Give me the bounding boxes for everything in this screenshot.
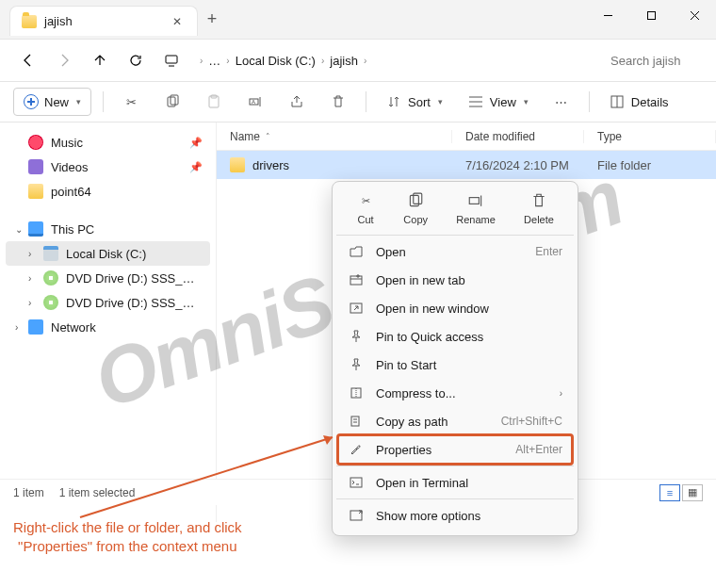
chevron-icon: › — [226, 56, 229, 66]
ctx-cut-button[interactable]: ✂Cut — [356, 191, 375, 225]
pin-icon: 📌 — [189, 137, 203, 149]
sidebar-item-localc[interactable]: ›Local Disk (C:) — [6, 241, 210, 266]
details-icon — [609, 93, 626, 110]
ctx-copy-button[interactable]: Copy — [403, 191, 428, 225]
ctx-compress[interactable]: Compress to...› — [338, 379, 572, 407]
forward-button[interactable] — [49, 45, 79, 75]
chevron-icon: › — [321, 56, 324, 66]
view-button[interactable]: View ▾ — [460, 88, 536, 116]
maximize-button[interactable] — [629, 0, 673, 30]
music-icon — [28, 135, 43, 150]
network-icon — [28, 319, 43, 335]
up-button[interactable] — [85, 45, 115, 75]
ctx-open[interactable]: OpenEnter — [338, 237, 572, 266]
paste-button[interactable] — [198, 88, 230, 116]
titlebar: jajish ✕ + — [0, 0, 716, 40]
open-icon — [348, 243, 365, 260]
view-icon — [467, 93, 484, 110]
rename-button[interactable]: A — [239, 88, 271, 116]
new-button[interactable]: New ▾ — [13, 88, 91, 116]
back-button[interactable] — [13, 45, 43, 75]
delete-button[interactable] — [322, 88, 354, 116]
minimize-button[interactable] — [586, 0, 629, 30]
grid-view-button[interactable]: ▦ — [682, 484, 703, 501]
refresh-button[interactable] — [121, 45, 151, 75]
folder-icon — [230, 157, 245, 172]
more-icon — [348, 507, 365, 524]
copy-icon — [164, 93, 181, 110]
new-tab-button[interactable]: + — [198, 9, 226, 29]
window-controls — [586, 0, 716, 30]
ctx-copy-path[interactable]: Copy as pathCtrl+Shift+C — [338, 407, 572, 435]
copy-button[interactable] — [156, 88, 188, 116]
chevron-icon: › — [364, 56, 366, 66]
expand-icon[interactable]: › — [28, 249, 31, 259]
ctx-open-new-tab[interactable]: Open in new tab — [338, 266, 572, 294]
copy-icon — [406, 191, 425, 210]
window-tab[interactable]: jajish ✕ — [9, 6, 198, 36]
monitor-icon[interactable] — [156, 45, 187, 75]
sort-icon — [385, 93, 402, 110]
column-name[interactable]: Name˄ — [217, 130, 452, 143]
list-view-button[interactable]: ≡ — [659, 484, 680, 501]
ctx-terminal[interactable]: Open in Terminal — [338, 468, 572, 497]
folder-icon — [28, 184, 43, 199]
expand-icon[interactable]: › — [28, 273, 31, 284]
cut-button[interactable]: ✂ — [115, 88, 147, 116]
sidebar-item-point64[interactable]: point64 — [6, 179, 210, 204]
rename-icon — [466, 191, 485, 210]
video-icon — [28, 159, 43, 174]
tab-close-button[interactable]: ✕ — [171, 15, 184, 28]
more-button[interactable]: ⋯ — [545, 88, 578, 116]
expand-icon[interactable]: › — [15, 322, 18, 333]
shortcut: Alt+Enter — [515, 443, 562, 456]
context-top-actions: ✂Cut Copy Rename Delete — [338, 188, 572, 233]
table-row[interactable]: drivers 7/16/2024 2:10 PM File folder — [217, 151, 716, 179]
details-button[interactable]: Details — [601, 88, 676, 116]
expand-icon[interactable]: ⌄ — [15, 224, 23, 235]
sidebar-item-thispc[interactable]: ⌄This PC — [6, 217, 210, 241]
scissors-icon: ✂ — [122, 93, 139, 110]
breadcrumb-ellipsis[interactable]: … — [208, 54, 220, 68]
breadcrumb-folder[interactable]: jajish — [330, 54, 358, 68]
share-button[interactable] — [281, 88, 313, 116]
sidebar-label: Music — [51, 136, 83, 150]
column-date[interactable]: Date modified — [452, 130, 584, 143]
sidebar-label: DVD Drive (D:) SSS_X64FRE_ — [66, 271, 203, 286]
trash-icon — [529, 191, 548, 210]
ctx-show-more[interactable]: Show more options — [338, 501, 572, 530]
navigation-pane: Music📌 Videos📌 point64 ⌄This PC ›Local D… — [0, 122, 217, 522]
expand-icon[interactable]: › — [28, 298, 31, 308]
sidebar-label: Local Disk (C:) — [66, 247, 146, 261]
sidebar-item-music[interactable]: Music📌 — [6, 130, 210, 155]
chevron-down-icon: ▾ — [524, 97, 529, 106]
navigation-bar: › … › Local Disk (C:) › jajish › Search … — [0, 40, 716, 81]
sidebar-item-dvd2[interactable]: ›DVD Drive (D:) SSS_X64FRE_E — [6, 290, 210, 315]
disk-icon — [43, 246, 58, 261]
breadcrumb-disk[interactable]: Local Disk (C:) — [236, 54, 316, 68]
ctx-pin-start[interactable]: Pin to Start — [338, 351, 572, 379]
shortcut: Ctrl+Shift+C — [501, 415, 562, 428]
column-type[interactable]: Type — [584, 130, 716, 143]
separator — [366, 91, 366, 112]
ctx-open-new-window[interactable]: Open in new window — [338, 294, 572, 322]
separator — [336, 235, 574, 236]
sidebar-item-dvd1[interactable]: ›DVD Drive (D:) SSS_X64FRE_ — [6, 266, 210, 290]
sidebar-item-network[interactable]: ›Network — [6, 315, 210, 339]
sidebar-label: Videos — [51, 160, 89, 174]
ctx-properties[interactable]: PropertiesAlt+Enter — [338, 435, 572, 464]
close-button[interactable] — [673, 0, 716, 30]
separator — [103, 91, 104, 112]
separator — [336, 466, 574, 466]
ctx-pin-quick[interactable]: Pin to Quick access — [338, 322, 572, 351]
separator — [589, 91, 590, 112]
plus-icon — [24, 94, 39, 109]
sidebar-item-videos[interactable]: Videos📌 — [6, 155, 210, 179]
sort-button[interactable]: Sort ▾ — [378, 88, 450, 116]
file-name: drivers — [252, 158, 289, 172]
search-input[interactable]: Search jajish — [603, 48, 707, 74]
breadcrumb: › … › Local Disk (C:) › jajish › — [200, 54, 366, 68]
ctx-rename-button[interactable]: Rename — [456, 191, 496, 225]
ctx-delete-button[interactable]: Delete — [524, 191, 554, 225]
pin-icon: 📌 — [189, 161, 203, 173]
